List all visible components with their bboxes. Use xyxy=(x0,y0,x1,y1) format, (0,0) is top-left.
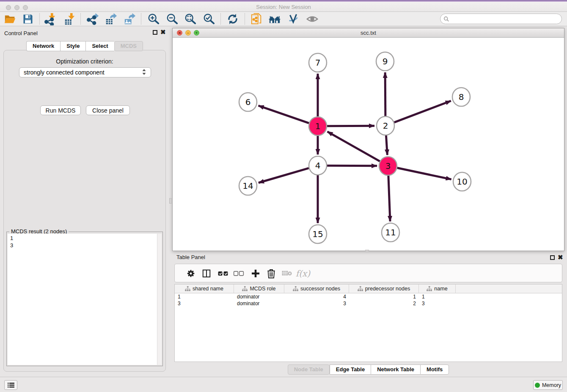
tab-motifs[interactable]: Motifs xyxy=(420,364,449,375)
table-cell[interactable]: 1 xyxy=(349,293,419,300)
search-input[interactable] xyxy=(451,16,561,22)
result-scrollbar[interactable] xyxy=(157,234,162,365)
graph-node-15[interactable]: 15 xyxy=(309,225,327,243)
graph-edge-4-14[interactable] xyxy=(259,168,309,183)
tab-node-table[interactable]: Node Table xyxy=(288,364,330,375)
tab-network[interactable]: Network xyxy=(26,41,60,51)
export-image-icon[interactable] xyxy=(123,13,136,25)
mcds-result-groupbox: MCDS result (2 nodes) 1 3 xyxy=(6,232,163,366)
graph-edge-3-10[interactable] xyxy=(397,168,451,179)
search-box[interactable] xyxy=(440,14,562,24)
split-columns-icon[interactable] xyxy=(200,267,213,280)
table-cell[interactable]: 3 xyxy=(419,300,456,307)
graph-edge-1-6[interactable] xyxy=(259,105,309,123)
graph-node-2[interactable]: 2 xyxy=(377,116,394,135)
new-network-doc-icon[interactable] xyxy=(250,13,263,25)
plus-icon[interactable] xyxy=(249,267,262,280)
statusbar: Memory xyxy=(0,377,567,392)
tab-style[interactable]: Style xyxy=(60,41,85,51)
node-table[interactable]: shared nameMCDS rolesuccessor nodesprede… xyxy=(174,284,562,362)
column-header-MCDS-role[interactable]: MCDS role xyxy=(234,284,284,293)
export-network-icon[interactable] xyxy=(86,13,99,25)
graph-edge-2-3[interactable] xyxy=(386,135,387,155)
main-toolbar xyxy=(0,12,567,26)
table-cell[interactable]: dominator xyxy=(234,300,284,307)
check-on-icon[interactable] xyxy=(217,267,229,280)
attribute-icon xyxy=(293,286,298,291)
close-table-panel-icon[interactable]: ✖ xyxy=(558,254,563,261)
graph-node-14[interactable]: 14 xyxy=(239,177,257,195)
toolbar-separator xyxy=(39,13,40,25)
houses-icon[interactable] xyxy=(268,13,281,25)
zoom-in-icon[interactable] xyxy=(147,13,160,25)
column-header-name[interactable]: name xyxy=(419,284,456,293)
memory-button[interactable]: Memory xyxy=(533,380,563,390)
refresh-icon[interactable] xyxy=(226,13,239,25)
graph-node-11[interactable]: 11 xyxy=(382,223,399,242)
zoom-fit-icon[interactable] xyxy=(184,13,197,25)
graph-node-6[interactable]: 6 xyxy=(239,93,257,111)
graph-node-9[interactable]: 9 xyxy=(376,52,394,71)
column-header-predecessor-nodes[interactable]: predecessor nodes xyxy=(349,284,419,293)
graph-edge-1-2[interactable] xyxy=(327,126,374,126)
table-cell[interactable]: dominator xyxy=(234,293,284,300)
table-cell[interactable]: 1 xyxy=(419,293,456,300)
table-cell[interactable]: 2 xyxy=(349,300,419,307)
float-table-panel-icon[interactable] xyxy=(550,255,555,260)
graph-node-7[interactable]: 7 xyxy=(309,53,327,72)
close-panel-icon[interactable]: ✖ xyxy=(160,28,166,36)
network-canvas-svg[interactable]: 7968124314101511 xyxy=(173,38,564,251)
tab-network-table[interactable]: Network Table xyxy=(371,364,420,375)
table-row[interactable]: 1dominator411 xyxy=(175,293,562,300)
table-cell[interactable]: 3 xyxy=(284,300,349,307)
import-network-icon[interactable] xyxy=(44,13,57,25)
mcds-result-text[interactable]: 1 3 xyxy=(8,234,162,365)
table-row[interactable]: 3dominator323 xyxy=(175,300,562,307)
column-header-shared-name[interactable]: shared name xyxy=(175,284,234,293)
search-icon xyxy=(443,16,449,22)
tab-select[interactable]: Select xyxy=(85,41,114,51)
graph-node-label: 14 xyxy=(242,181,253,191)
network-window-titlebar[interactable]: ✕ − + scc.txt xyxy=(173,28,564,38)
check-off-icon[interactable] xyxy=(232,267,245,280)
float-panel-icon[interactable] xyxy=(153,30,157,35)
toolbar-separator xyxy=(80,13,81,25)
graph-edge-4-3[interactable] xyxy=(327,166,377,166)
show-panels-button[interactable] xyxy=(4,380,17,390)
graph-node-4[interactable]: 4 xyxy=(309,156,327,175)
column-header-successor-nodes[interactable]: successor nodes xyxy=(284,284,349,293)
table-cell[interactable]: 4 xyxy=(284,293,349,300)
graph-node-8[interactable]: 8 xyxy=(452,88,470,106)
graph-node-label: 4 xyxy=(315,160,321,171)
open-file-icon[interactable] xyxy=(3,13,17,25)
gear-icon[interactable] xyxy=(184,267,197,280)
run-mcds-button[interactable]: Run MCDS xyxy=(40,105,81,115)
titlebar[interactable]: Session: New Session xyxy=(0,2,567,12)
graph-edge-2-8[interactable] xyxy=(394,101,451,122)
tab-mcds[interactable]: MCDS xyxy=(114,41,143,51)
network-view-window: ✕ − + scc.txt 7968124314101511 xyxy=(172,28,564,251)
trash-icon[interactable] xyxy=(265,267,278,280)
network-view-title: scc.txt xyxy=(173,30,564,36)
graph-edge-2-9[interactable] xyxy=(385,72,385,116)
graph-edge-3-1[interactable] xyxy=(328,132,380,161)
zoom-selected-icon[interactable] xyxy=(202,13,216,25)
table-cell[interactable]: 1 xyxy=(175,293,234,300)
eye-icon[interactable] xyxy=(306,13,319,25)
import-table-icon[interactable] xyxy=(63,13,77,25)
tab-edge-table[interactable]: Edge Table xyxy=(330,364,371,375)
panel-splitter-grip[interactable] xyxy=(169,198,172,204)
graph-node-3[interactable]: 3 xyxy=(379,157,397,175)
optimization-criterion-select[interactable]: strongly connected component xyxy=(19,67,151,77)
close-panel-button[interactable]: Close panel xyxy=(86,105,130,115)
hide-graphics-icon[interactable] xyxy=(286,13,300,25)
save-session-icon[interactable] xyxy=(21,13,35,25)
graph-node-1[interactable]: 1 xyxy=(309,117,327,135)
h-scroll-grip[interactable] xyxy=(365,250,369,252)
list-icon xyxy=(8,382,14,388)
export-table-icon[interactable] xyxy=(104,13,118,25)
zoom-out-icon[interactable] xyxy=(165,13,179,25)
graph-edge-3-11[interactable] xyxy=(388,175,390,221)
table-cell[interactable]: 3 xyxy=(175,300,234,307)
graph-node-10[interactable]: 10 xyxy=(453,172,471,191)
